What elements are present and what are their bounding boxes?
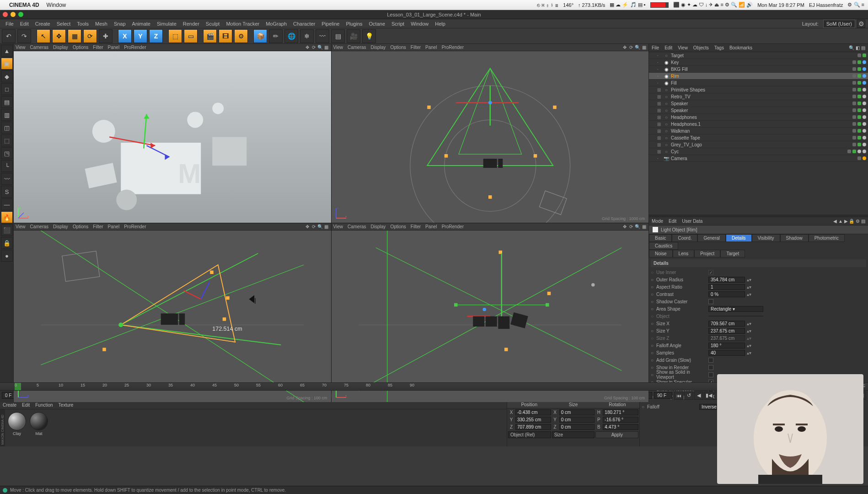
appmenu-render[interactable]: Render	[180, 20, 202, 27]
vp-menu-panel[interactable]: Panel	[108, 45, 120, 50]
coord-rot-field[interactable]: 180.271 °	[603, 409, 638, 415]
tag-dot[interactable]	[863, 54, 866, 57]
vp-menu-view[interactable]: View	[333, 224, 343, 229]
lefttool-6[interactable]: ◫	[1, 122, 13, 134]
coord-rot-field[interactable]: 4.473 °	[603, 424, 638, 430]
viewport-canvas[interactable]: zx Grid Spacing : 1000 cm	[332, 51, 649, 223]
spinner-icon[interactable]: ▴▾	[747, 336, 751, 341]
viewport-perspective[interactable]: ViewCamerasDisplayOptionsFilterPanelProR…	[14, 44, 331, 223]
number-field[interactable]: 237.675 cm	[708, 328, 745, 334]
tag-dot[interactable]	[863, 60, 866, 64]
lefttool-5[interactable]: ▥	[1, 109, 13, 121]
lefttool-14[interactable]: ⬛	[1, 224, 13, 236]
tag-dot[interactable]	[863, 143, 866, 146]
appmenu-pipeline[interactable]: Pipeline	[319, 20, 342, 27]
vp-menu-filter[interactable]: Filter	[411, 224, 421, 229]
attr-tab-noise[interactable]: Noise	[649, 250, 673, 258]
toolbar-btn-4-1[interactable]: 🎞	[219, 29, 232, 43]
attr-tab-coord[interactable]: Coord.	[672, 234, 697, 242]
attr-tab-target[interactable]: Target	[720, 250, 745, 258]
tag-dot[interactable]	[852, 136, 856, 140]
attr-nav-icons[interactable]: ◀ ▲ ▶ 🔒 ⚙ ▤	[833, 219, 865, 224]
expand-toggle[interactable]: ·	[657, 156, 662, 161]
lefttool-16[interactable]: ●	[1, 250, 13, 262]
lefttool-15[interactable]: 🔒	[1, 237, 13, 249]
mac-user[interactable]: EJ Hassenfratz	[809, 2, 843, 8]
vp-menu-display[interactable]: Display	[53, 224, 68, 229]
object-row-camera[interactable]: · 📷 Camera	[649, 155, 868, 162]
vp-menu-prorender[interactable]: ProRender	[124, 45, 146, 50]
vp-menu-view[interactable]: View	[16, 45, 26, 50]
coord-pos-field[interactable]: -0.438 cm	[515, 409, 551, 415]
appmenu-mograph[interactable]: MoGraph	[263, 20, 289, 27]
appmenu-sculpt[interactable]: Sculpt	[203, 20, 223, 27]
tag-dot[interactable]	[857, 122, 861, 126]
viewport-top[interactable]: ViewCamerasDisplayOptionsFilterPanelProR…	[332, 44, 649, 223]
tag-dot[interactable]	[852, 108, 856, 112]
number-field[interactable]: 180 °	[708, 343, 745, 349]
object-row-grey-tv-logo[interactable]: ⊞ ○ Grey_TV_Logo	[649, 141, 868, 148]
vp-menu-panel[interactable]: Panel	[425, 224, 437, 229]
tag-dot[interactable]	[857, 136, 861, 140]
lefttool-8[interactable]: ◳	[1, 147, 13, 159]
toolbar-btn-5-0[interactable]: 📦	[253, 29, 267, 43]
appmenu-animate[interactable]: Animate	[129, 20, 153, 27]
appmenu-script[interactable]: Script	[389, 20, 407, 27]
search-icon[interactable]: 🔍 ◧ ▤	[849, 45, 865, 50]
time-end-field[interactable]: 90 F	[654, 392, 672, 399]
expand-toggle[interactable]: ·	[657, 53, 662, 58]
tag-dot[interactable]	[857, 60, 861, 64]
tag-dot[interactable]	[852, 102, 856, 105]
appmenu-select[interactable]: Select	[54, 20, 74, 27]
toolbar-btn-5-3[interactable]: ❄	[300, 29, 314, 43]
appmenu-octane[interactable]: Octane	[366, 20, 388, 27]
expand-toggle[interactable]: ⊞	[657, 135, 662, 140]
coord-size-field[interactable]: 0 cm	[559, 417, 595, 423]
toolbar-btn-0-1[interactable]: ↷	[17, 29, 31, 43]
spinner-icon[interactable]: ▴▾	[747, 277, 751, 282]
spinner-icon[interactable]: ▴▾	[747, 343, 751, 348]
appmenu-motion-tracker[interactable]: Motion Tracker	[223, 20, 262, 27]
attr-tab-caustics[interactable]: Caustics	[649, 242, 678, 250]
tag-dot[interactable]	[852, 115, 856, 119]
tag-dot[interactable]	[863, 67, 866, 71]
vp-icon[interactable]: ▦	[324, 45, 329, 50]
spinner-icon[interactable]: ▴▾	[747, 328, 751, 333]
viewport-canvas[interactable]: 172.514 cm yz Grid Spacing : 100 cm	[14, 231, 331, 402]
toolbar-btn-4-2[interactable]: ⚙	[234, 29, 248, 43]
toolbar-btn-5-6[interactable]: 🎥	[347, 29, 360, 43]
tag-dot[interactable]	[857, 67, 861, 71]
appmenu-mesh[interactable]: Mesh	[92, 20, 110, 27]
appmenu-file[interactable]: File	[3, 20, 16, 27]
object-row-key[interactable]: · ◉ Key	[649, 59, 868, 66]
objmenu-file[interactable]: File	[652, 45, 659, 50]
lefttool-4[interactable]: ▤	[1, 96, 13, 108]
object-row-retro-tv[interactable]: ⊞ ○ Retro_TV	[649, 93, 868, 100]
vp-menu-panel[interactable]: Panel	[108, 224, 120, 229]
toolbar-btn-2-0[interactable]: X	[118, 29, 132, 43]
objmenu-bookmarks[interactable]: Bookmarks	[729, 45, 752, 50]
tag-dot[interactable]	[847, 150, 851, 153]
objmenu-tags[interactable]: Tags	[714, 45, 724, 50]
vp-icon[interactable]: ⟳	[628, 45, 634, 50]
attr-tab-visibility[interactable]: Visibility	[752, 234, 780, 242]
number-field[interactable]: 1	[708, 284, 745, 290]
dropdown[interactable]: Rectangle ▾	[708, 306, 763, 312]
vp-icon[interactable]: 🔍	[317, 45, 323, 50]
number-field[interactable]: 354.784 cm	[708, 277, 745, 283]
vp-icon[interactable]: ✥	[622, 224, 627, 229]
tag-dot[interactable]	[863, 122, 866, 126]
vp-icon[interactable]: ✥	[622, 45, 627, 50]
objmenu-edit[interactable]: Edit	[664, 45, 672, 50]
vp-menu-panel[interactable]: Panel	[425, 45, 437, 50]
vp-menu-options[interactable]: Options	[390, 224, 406, 229]
appmenu-edit[interactable]: Edit	[17, 20, 32, 27]
appmenu-window[interactable]: Window	[408, 20, 431, 27]
attr-tab-basic[interactable]: Basic	[649, 234, 672, 242]
coord-rot-field[interactable]: -16.676 °	[603, 417, 638, 423]
matmenu-edit[interactable]: Edit	[22, 403, 30, 408]
vp-menu-cameras[interactable]: Cameras	[30, 45, 49, 50]
lefttool-3[interactable]: □	[1, 83, 13, 95]
appmenu-help[interactable]: Help	[432, 20, 448, 27]
vp-icon[interactable]: ▦	[324, 224, 329, 229]
